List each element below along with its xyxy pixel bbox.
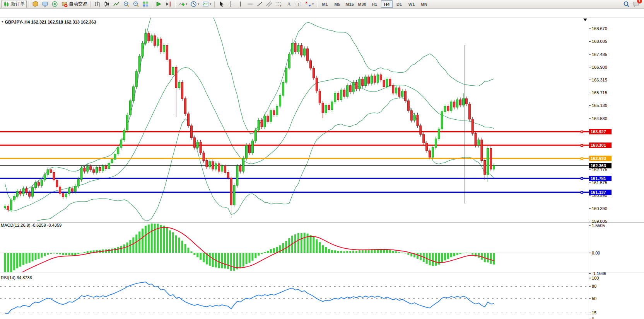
svg-text:A: A — [287, 2, 291, 7]
arrows-button[interactable]: ▾ — [304, 0, 315, 8]
level-price-label[interactable]: 162.693 — [589, 156, 612, 161]
toolbar-separator — [29, 1, 29, 7]
new-order-button[interactable]: 新订单 — [1, 0, 27, 8]
horizontal-line-button[interactable] — [246, 0, 255, 8]
crosshair-icon — [227, 1, 234, 7]
bar-chart-icon — [94, 1, 101, 7]
profiles-button[interactable] — [41, 0, 50, 8]
navigator-icon — [51, 1, 58, 7]
cursor-button[interactable] — [217, 0, 225, 8]
zoom-out-icon — [133, 1, 139, 7]
channel-button[interactable] — [265, 0, 274, 8]
chevron-down-icon: ▾ — [198, 2, 199, 6]
price-axis-tick: 160.390 — [592, 206, 607, 211]
price-axis-tick: 161.575 — [592, 180, 607, 185]
templates-button[interactable]: ▾ — [201, 0, 212, 8]
toolbar-right: 1 — [622, 0, 641, 8]
timeframe-w1-button[interactable]: W1 — [406, 0, 417, 8]
level-price-label[interactable]: 163.301 — [589, 143, 612, 148]
crosshair-button[interactable] — [226, 0, 235, 8]
chart-shift-button[interactable] — [164, 0, 173, 8]
level-price-label[interactable]: 161.137 — [589, 190, 612, 195]
price-axis-tick: 165.130 — [592, 103, 607, 108]
zoom-in-button[interactable] — [122, 0, 131, 8]
tile-windows-icon — [142, 1, 149, 7]
timeframe-m30-button[interactable]: M30 — [356, 0, 368, 8]
trendline-button[interactable] — [255, 0, 264, 8]
autotrading-button[interactable]: 自动交易 — [60, 0, 89, 8]
candles-green-icon — [3, 1, 10, 7]
timeframe-mn-button[interactable]: MN — [418, 0, 430, 8]
periods-icon — [190, 1, 197, 7]
timeframe-h1-button[interactable]: H1 — [369, 0, 380, 8]
rsi-axis-tick: 80 — [592, 284, 596, 288]
level-price-label[interactable]: 163.927 — [589, 129, 612, 134]
vertical-line-button[interactable] — [236, 0, 245, 8]
text-icon: A — [285, 1, 292, 7]
new-chart-button[interactable] — [31, 0, 40, 8]
auto-scroll-button[interactable] — [154, 0, 163, 8]
macd-axis-tick: 0.00 — [592, 251, 600, 255]
toolbar-separator — [152, 1, 153, 7]
candles — [4, 29, 495, 218]
timeframe-m1-button[interactable]: M1 — [319, 0, 331, 8]
timeframe-d1-button[interactable]: D1 — [393, 0, 405, 8]
notifications-button[interactable]: 1 — [632, 0, 641, 8]
toolbar-separator — [91, 1, 91, 7]
chevron-down-icon: ▾ — [210, 2, 211, 6]
channel-icon — [266, 1, 273, 7]
toolbar: 新订单自动交易▾▾▾FAT▾M1M5M15M30H1H4D1W1MN1 — [0, 0, 644, 8]
chart-graphics[interactable] — [0, 8, 644, 319]
symbol-ohlc-label: ▾GBPJPY-,H4 162.321 162.518 162.313 162.… — [2, 20, 96, 24]
toolbar-separator — [214, 1, 215, 7]
timeframe-m5-button[interactable]: M5 — [331, 0, 343, 8]
chevron-down-icon: ▾ — [312, 2, 314, 6]
auto-scroll-icon — [155, 1, 162, 7]
chevron-down-icon: ▾ — [186, 2, 187, 6]
toolbar-button-label: 新订单 — [11, 1, 25, 7]
indicators-icon — [178, 1, 185, 7]
macd-histogram — [4, 224, 495, 281]
indicators-button[interactable]: ▾ — [177, 0, 188, 8]
macd-axis-tick: -1.1666 — [592, 271, 606, 276]
text-label-icon: T — [295, 1, 302, 7]
price-axis-tick: 168.085 — [592, 39, 607, 44]
rsi-axis-tick: 15 — [592, 311, 596, 315]
chart-shift-marker-icon[interactable] — [583, 19, 587, 21]
mt4-window: 新订单自动交易▾▾▾FAT▾M1M5M15M30H1H4D1W1MN1 ▾GBP… — [0, 0, 644, 319]
timeframe-m15-button[interactable]: M15 — [344, 0, 355, 8]
timeframe-h4-button[interactable]: H4 — [381, 0, 393, 8]
svg-text:T: T — [297, 2, 300, 7]
horizontal-line-icon — [247, 1, 253, 7]
new-chart-icon — [32, 1, 39, 7]
search-button[interactable] — [622, 0, 631, 8]
fibonacci-icon: F — [276, 1, 282, 7]
candle-chart-icon — [104, 1, 110, 7]
navigator-button[interactable] — [50, 0, 59, 8]
chart-shift-icon — [165, 1, 172, 7]
bar-chart-button[interactable] — [93, 0, 102, 8]
fibonacci-button[interactable]: F — [275, 0, 284, 8]
arrows-icon — [305, 1, 311, 7]
one-click-caret-icon[interactable]: ▾ — [2, 20, 3, 24]
text-button[interactable]: A — [284, 0, 293, 8]
tile-windows-button[interactable] — [141, 0, 150, 8]
periods-button[interactable]: ▾ — [189, 0, 200, 8]
profiles-icon — [42, 1, 48, 7]
zoom-out-button[interactable] — [132, 0, 140, 8]
level-price-label[interactable]: 161.781 — [589, 176, 612, 181]
line-chart-button[interactable] — [112, 0, 121, 8]
cursor-icon — [218, 1, 224, 7]
candle-chart-button[interactable] — [102, 0, 111, 8]
price-axis-tick: 168.670 — [592, 26, 607, 31]
line-chart-icon — [113, 1, 120, 7]
price-axis-tick: 166.900 — [592, 65, 607, 70]
trendline-icon — [256, 1, 263, 7]
price-axis-tick: 167.485 — [592, 52, 607, 57]
level-price-label[interactable]: 162.363 — [589, 163, 612, 168]
text-label-button[interactable]: T — [294, 0, 303, 8]
rsi-axis-tick: 100 — [592, 276, 599, 280]
toolbar-button-label: 自动交易 — [69, 1, 87, 7]
toolbar-separator — [317, 1, 318, 7]
chart-canvas[interactable]: ▾GBPJPY-,H4 162.321 162.518 162.313 162.… — [0, 8, 644, 319]
